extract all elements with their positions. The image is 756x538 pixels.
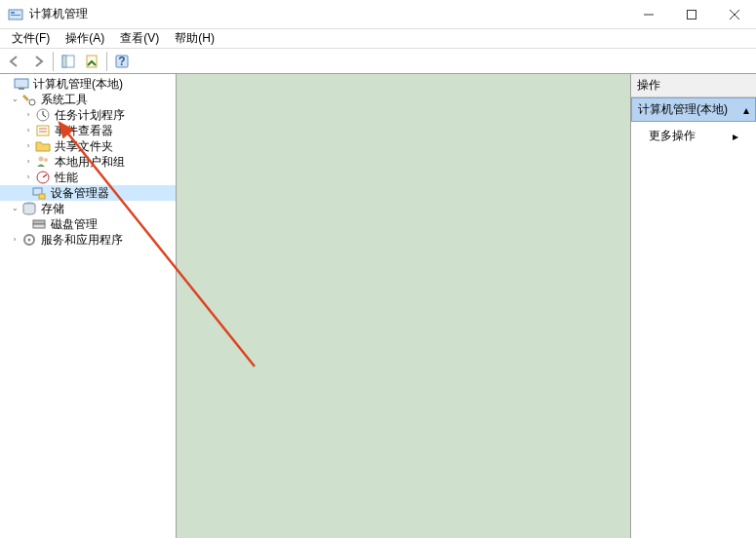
chevron-right-icon: ▸ [733,130,738,143]
expander-icon[interactable] [2,79,12,89]
tree-disk-management[interactable]: 磁盘管理 [0,216,176,232]
titlebar: 计算机管理 [0,0,756,29]
svg-rect-13 [19,88,24,90]
tree-label: 计算机管理(本地) [31,76,125,92]
svg-rect-26 [33,224,45,228]
computer-icon [14,77,29,91]
maximize-button[interactable] [670,0,713,29]
tree-label: 磁盘管理 [49,216,99,232]
tree-shared-folders[interactable]: › 共享文件夹 [0,138,176,154]
more-actions[interactable]: 更多操作 ▸ [631,122,756,150]
svg-rect-12 [15,79,28,88]
menu-file[interactable]: 文件(F) [4,28,58,49]
tree-label: 事件查看器 [53,123,115,138]
tree-local-users[interactable]: › 本地用户和组 [0,154,176,170]
tree-performance[interactable]: › 性能 [0,170,176,185]
svg-rect-4 [688,10,696,19]
storage-icon [21,202,37,215]
app-icon [8,7,23,22]
content-area: 计算机管理(本地) ⌄ 系统工具 › 任务计划程序 › 事件查看器 › 共享文件… [0,74,756,538]
svg-rect-25 [33,220,45,224]
toolbar: ? [0,49,756,74]
menu-help[interactable]: 帮助(H) [167,28,222,49]
window-title: 计算机管理 [29,6,627,22]
tree-label: 服务和应用程序 [39,232,125,248]
menu-label: 帮助(H) [175,31,215,45]
clock-icon [35,108,51,122]
performance-icon [35,171,51,184]
window-controls [627,0,756,29]
expander-collapsed-icon[interactable]: › [10,235,20,245]
tree-root[interactable]: 计算机管理(本地) [0,76,176,92]
tree-task-scheduler[interactable]: › 任务计划程序 [0,107,176,123]
tree-label: 存储 [39,201,66,216]
expander-collapsed-icon[interactable]: › [23,157,33,167]
show-hide-tree-button[interactable] [58,51,79,72]
expander-collapsed-icon[interactable]: › [23,173,33,182]
menu-label: 查看(V) [120,31,159,45]
svg-rect-2 [11,15,20,16]
expander-collapsed-icon[interactable]: › [23,126,33,135]
more-actions-label: 更多操作 [649,128,696,144]
tree-storage[interactable]: ⌄ 存储 [0,201,176,216]
users-icon [35,155,51,169]
svg-rect-8 [62,56,66,67]
svg-point-19 [39,157,44,162]
menu-view[interactable]: 查看(V) [112,28,167,49]
tree-services-apps[interactable]: › 服务和应用程序 [0,232,176,248]
folder-icon [35,139,51,153]
tree-label: 任务计划程序 [53,107,127,123]
tree-label: 性能 [53,170,80,185]
svg-point-20 [44,158,48,162]
properties-button[interactable] [81,51,102,72]
tools-icon [21,93,37,106]
help-button[interactable]: ? [111,51,133,72]
menu-label: 操作(A) [65,31,104,45]
actions-pane: 操作 计算机管理(本地) ▴ 更多操作 ▸ [631,74,756,538]
back-button[interactable] [4,51,25,72]
tree-device-manager[interactable]: 设备管理器 [0,185,176,201]
tree-pane[interactable]: 计算机管理(本地) ⌄ 系统工具 › 任务计划程序 › 事件查看器 › 共享文件… [0,74,177,538]
chevron-up-icon: ▴ [743,103,749,117]
actions-header: 操作 [631,74,756,97]
disk-icon [31,217,47,231]
svg-text:?: ? [118,55,125,68]
tree-event-viewer[interactable]: › 事件查看器 [0,123,176,138]
expander-expanded-icon[interactable]: ⌄ [10,95,20,104]
svg-rect-16 [37,126,49,135]
actions-context-label: 计算机管理(本地) [638,101,728,118]
svg-rect-23 [39,194,45,199]
tree-label: 设备管理器 [49,185,111,201]
tree-label: 系统工具 [39,92,90,107]
toolbar-separator [106,52,107,71]
event-icon [35,124,51,137]
tree-label: 本地用户和组 [53,154,127,170]
svg-rect-1 [11,12,15,14]
services-icon [21,233,37,247]
svg-point-14 [29,99,35,105]
toolbar-separator [53,52,54,71]
expander-collapsed-icon[interactable]: › [23,110,33,120]
tree-system-tools[interactable]: ⌄ 系统工具 [0,92,176,107]
expander-expanded-icon[interactable]: ⌄ [10,204,20,213]
forward-button[interactable] [27,51,49,72]
actions-context[interactable]: 计算机管理(本地) ▴ [631,97,756,122]
close-button[interactable] [713,0,756,29]
main-content-pane [177,74,631,538]
svg-point-28 [28,239,31,242]
menubar: 文件(F) 操作(A) 查看(V) 帮助(H) [0,29,756,49]
menu-label: 文件(F) [12,31,50,45]
tree-label: 共享文件夹 [53,138,115,154]
expander-collapsed-icon[interactable]: › [23,141,33,151]
menu-action[interactable]: 操作(A) [58,28,112,49]
device-icon [31,186,47,200]
minimize-button[interactable] [627,0,670,29]
